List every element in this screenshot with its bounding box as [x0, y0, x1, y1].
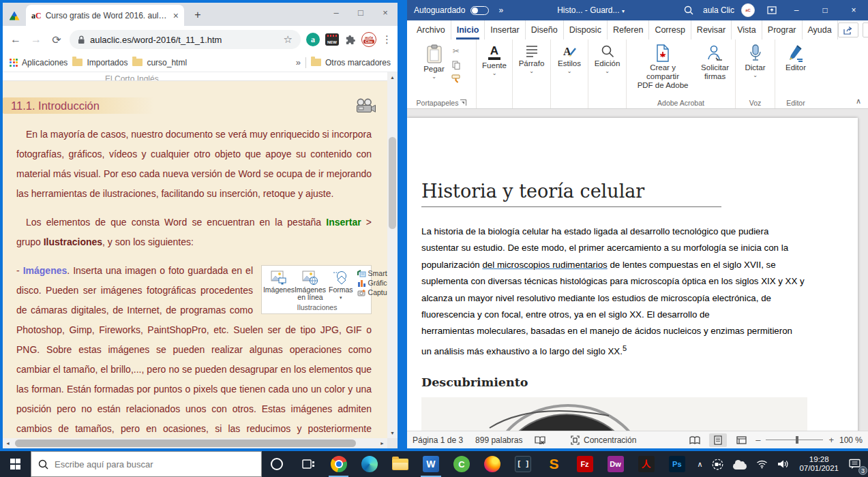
task-view-button[interactable] — [293, 451, 323, 477]
taskbar-acrobat[interactable]: 人 — [631, 451, 661, 477]
focus-mode-button[interactable]: Concentración — [571, 435, 636, 445]
ribbon-display-options-icon[interactable] — [767, 6, 777, 14]
video-camera-icon[interactable] — [354, 98, 376, 114]
volume-icon[interactable] — [773, 451, 794, 477]
word-close-button[interactable]: × — [839, 0, 868, 20]
taskbar-photoshop[interactable]: Ps — [661, 451, 692, 477]
print-layout-button[interactable] — [709, 433, 727, 447]
horizontal-scroll-thumb[interactable] — [15, 440, 356, 447]
scroll-down-icon[interactable]: ▼ — [387, 428, 398, 438]
document-page[interactable]: Historia y teoría celular La historia de… — [407, 118, 858, 431]
doc-link[interactable]: del microscopios rudimentarios — [482, 260, 607, 270]
chrome-active-tab[interactable]: aC Curso gratis de Word 2016. aulaC × — [26, 5, 184, 26]
chrome-minimize-button[interactable]: – — [324, 3, 348, 22]
tray-chevron-icon[interactable]: ∧ — [692, 451, 707, 477]
chrome-menu-icon[interactable]: ⋮ — [382, 33, 392, 46]
tab-inicio[interactable]: Inicio — [451, 20, 485, 40]
share-button[interactable] — [838, 22, 858, 37]
editor-button[interactable]: Editor — [782, 42, 809, 74]
edicion-button[interactable]: Edición ⌄ — [591, 42, 624, 76]
search-icon[interactable] — [684, 5, 693, 15]
extension-new-icon[interactable]: NEW — [325, 33, 339, 46]
extension-a-icon[interactable]: a — [306, 33, 320, 46]
dialog-launcher-icon[interactable] — [460, 99, 466, 106]
insertar-link[interactable]: Insertar — [326, 217, 361, 228]
taskbar-sublime[interactable]: S — [539, 451, 569, 477]
adobe-sign-button[interactable]: x Solicitarfirmas — [698, 42, 732, 83]
chrome-maximize-button[interactable]: □ — [348, 3, 373, 22]
tab-revisar[interactable]: Revisar — [691, 20, 732, 40]
taskbar-explorer[interactable] — [385, 451, 415, 477]
imagenes-link[interactable]: Imágenes — [23, 265, 68, 276]
scroll-up-icon[interactable]: ▲ — [387, 72, 398, 82]
word-maximize-button[interactable]: □ — [811, 0, 839, 20]
estilos-button[interactable]: A Estilos ⌄ — [554, 42, 584, 76]
taskbar-dreamweaver[interactable]: Dw — [600, 451, 631, 477]
zoom-level[interactable]: 100 % — [839, 435, 863, 445]
bookmarks-overflow-icon[interactable]: » — [296, 57, 301, 67]
taskbar-word[interactable]: W — [415, 451, 446, 477]
scroll-right-icon[interactable]: ► — [377, 441, 387, 446]
tab-insertar[interactable]: Insertar — [485, 20, 525, 40]
format-painter-icon[interactable] — [451, 74, 460, 83]
pinned-tab-drive[interactable] — [3, 5, 26, 26]
parrafo-button[interactable]: Párrafo ⌄ — [515, 42, 548, 76]
zoom-slider[interactable] — [766, 440, 823, 440]
cortana-button[interactable] — [262, 451, 293, 477]
start-button[interactable] — [0, 451, 31, 477]
account-avatar[interactable]: aC — [741, 3, 755, 17]
reload-button[interactable]: ⟳ — [49, 33, 64, 46]
tab-diseno[interactable]: Diseño — [526, 20, 564, 40]
tab-archivo[interactable]: Archivo — [411, 20, 451, 40]
comments-button[interactable] — [863, 22, 868, 37]
word-minimize-button[interactable]: – — [782, 0, 811, 20]
tab-programador[interactable]: Prograr — [762, 20, 803, 40]
collapse-ribbon-icon[interactable]: ∧ — [856, 97, 861, 106]
url-bar[interactable]: aulaclic.es/word-2016/t_11_1.htm ☆ — [70, 30, 301, 49]
wifi-icon[interactable] — [751, 451, 773, 477]
back-button[interactable]: ← — [8, 33, 23, 46]
taskbar-search[interactable] — [31, 451, 262, 477]
copy-icon[interactable] — [452, 61, 460, 70]
paste-button[interactable]: Pegar ⌄ — [420, 42, 448, 81]
adobe-create-pdf-button[interactable]: Crear y compartirPDF de Adobe — [629, 42, 696, 92]
dictar-button[interactable]: Dictar ⌄ — [741, 42, 768, 80]
web-layout-button[interactable] — [732, 433, 750, 447]
extensions-puzzle-icon[interactable] — [344, 34, 356, 46]
onedrive-icon[interactable] — [728, 451, 751, 477]
taskbar-firefox[interactable] — [477, 451, 508, 477]
taskbar-edge[interactable] — [354, 451, 385, 477]
tab-correspondencia[interactable]: Corresp — [649, 20, 691, 40]
taskbar-chrome[interactable] — [323, 451, 354, 477]
taskbar-camtasia[interactable]: C — [447, 451, 477, 477]
tab-referencias[interactable]: Referen — [608, 20, 649, 40]
search-input[interactable] — [55, 459, 254, 470]
tab-ayuda[interactable]: Ayuda — [803, 20, 838, 40]
bookmark-apps[interactable]: Aplicaciones — [10, 58, 68, 67]
profile-avatar[interactable]: aulaClic — [361, 32, 376, 47]
tab-disposicion[interactable]: Disposic — [564, 20, 608, 40]
bookmark-star-icon[interactable]: ☆ — [284, 33, 293, 46]
quick-access-overflow-icon[interactable]: » — [498, 5, 503, 15]
action-center-icon[interactable]: 3 — [844, 451, 868, 477]
tab-close-icon[interactable]: × — [173, 11, 179, 20]
scroll-left-icon[interactable]: ◄ — [3, 441, 13, 446]
account-name[interactable]: aula Clic — [703, 5, 734, 15]
bookmark-curso-html[interactable]: curso_html — [132, 58, 187, 67]
vertical-scroll-thumb[interactable] — [389, 137, 396, 229]
word-count[interactable]: 899 palabras — [475, 435, 522, 445]
clipped-link[interactable]: El Corto Inglés — [105, 74, 159, 81]
doc-image-microscope[interactable] — [421, 397, 807, 431]
new-tab-button[interactable]: + — [188, 5, 207, 25]
meet-now-icon[interactable] — [707, 451, 728, 477]
footnote-ref[interactable]: 5 — [623, 344, 627, 352]
forward-button[interactable]: → — [29, 33, 44, 46]
tab-vista[interactable]: Vista — [732, 20, 762, 40]
cut-icon[interactable]: ✂ — [453, 46, 460, 56]
bookmark-importados[interactable]: Importados — [72, 58, 128, 67]
autosave-toggle[interactable] — [470, 6, 489, 15]
horizontal-scrollbar[interactable]: ◄ ► — [3, 438, 387, 448]
other-bookmarks[interactable]: Otros marcadores — [311, 58, 391, 67]
zoom-in-button[interactable]: + — [828, 435, 834, 445]
zoom-out-button[interactable]: – — [755, 435, 760, 445]
